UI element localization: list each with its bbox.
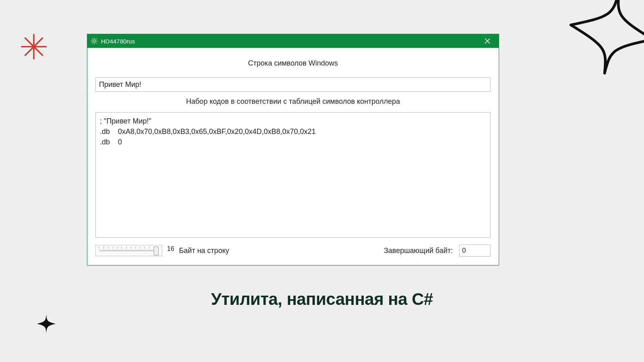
window-title: HD44780rus	[101, 38, 135, 45]
svg-line-3	[25, 38, 42, 55]
svg-line-10	[96, 43, 97, 43]
terminating-byte-label: Завершающий байт:	[384, 247, 453, 255]
star-icon	[19, 32, 48, 61]
svg-line-11	[96, 39, 97, 39]
client-area: Строка символов Windows Набор кодов в со…	[87, 48, 499, 265]
output-codes-area[interactable]: ; "Привет Мир!" .db 0xA8,0x70,0xB8,0xB3,…	[95, 112, 491, 238]
sparkle-small-icon	[36, 314, 56, 334]
output-caption: Набор кодов в соответствии с таблицей си…	[95, 97, 491, 106]
slide-caption: Утилита, написанная на C#	[0, 290, 644, 309]
slider-thumb[interactable]	[154, 247, 159, 255]
terminating-byte-input[interactable]	[459, 245, 491, 257]
app-window: HD44780rus Строка символов Windows Набор…	[87, 34, 499, 265]
gear-icon	[91, 37, 98, 45]
svg-line-2	[25, 38, 42, 55]
svg-point-4	[93, 40, 95, 42]
svg-line-12	[92, 43, 93, 43]
bottom-row: 16 Байт на строку Завершающий байт:	[95, 243, 491, 258]
slider-value: 16	[167, 245, 174, 253]
sparkle-icon	[568, 0, 644, 76]
source-string-input[interactable]	[95, 77, 491, 92]
close-button[interactable]	[479, 34, 495, 48]
titlebar[interactable]: HD44780rus	[87, 34, 499, 48]
svg-line-9	[92, 39, 93, 39]
input-caption: Строка символов Windows	[95, 59, 491, 68]
bytes-per-line-label: Байт на строку	[179, 247, 229, 255]
bytes-per-line-slider[interactable]	[95, 245, 162, 256]
